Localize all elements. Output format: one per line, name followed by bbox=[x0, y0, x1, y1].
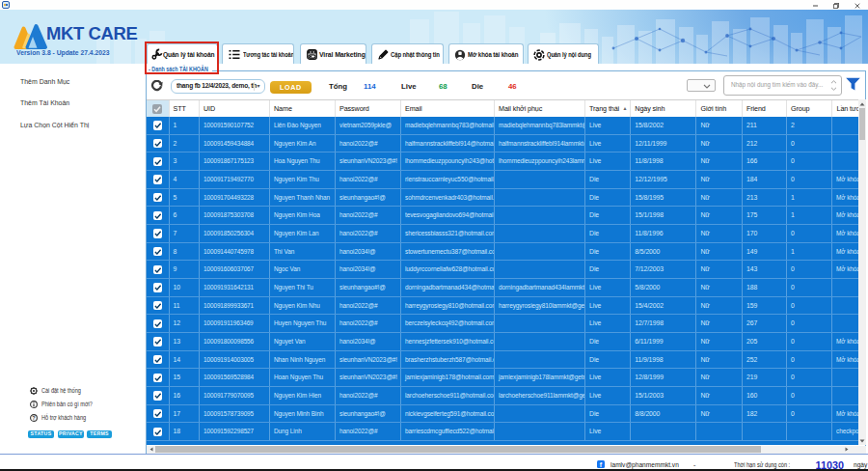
svg-text:?: ? bbox=[32, 415, 35, 421]
